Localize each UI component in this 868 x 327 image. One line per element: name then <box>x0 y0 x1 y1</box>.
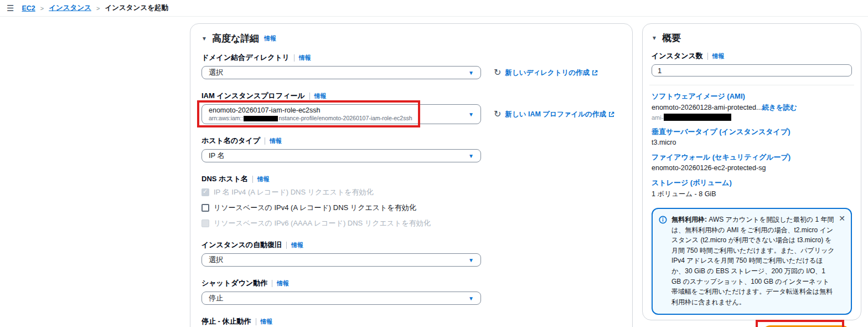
iam-profile-info-link[interactable]: 情報 <box>314 92 327 100</box>
redaction-ami-id <box>664 114 731 121</box>
breadcrumb-current-page: インスタンスを起動 <box>105 3 168 13</box>
breadcrumb-separator: > <box>40 5 44 12</box>
create-directory-link[interactable]: 新しいディレクトリの作成 <box>505 68 598 78</box>
hibernate-behavior-info-link[interactable]: 情報 <box>261 318 273 326</box>
auto-recovery-label: インスタンスの自動復旧 <box>202 240 282 250</box>
field-hostname-type: ホスト名のタイプ 情報 IP 名 ▼ <box>202 136 621 162</box>
advanced-details-info-link[interactable]: 情報 <box>264 34 276 43</box>
field-dns-hostname: DNS ホスト名 情報 IP 名 IPv4 (A レコード) DNS リクエスト… <box>202 174 621 228</box>
external-link-icon <box>608 111 614 117</box>
read-more-link[interactable]: 続きを読む <box>762 104 797 111</box>
storage-value: 1 ボリューム - 8 GiB <box>652 190 852 199</box>
shutdown-behavior-info-link[interactable]: 情報 <box>277 279 289 288</box>
info-icon <box>659 216 667 224</box>
chevron-down-icon: ▼ <box>468 295 474 302</box>
hibernate-behavior-label: 停止 - 休止動作 <box>202 316 251 326</box>
shutdown-behavior-value: 停止 <box>209 293 223 303</box>
checkbox-resource-ipv6-label: リソースベースの IPv6 (AAAA レコード) DNS リクエストを有効化 <box>214 218 431 228</box>
breadcrumb-instances[interactable]: インスタンス <box>49 3 91 13</box>
ami-name: enomoto-20260128-ami-protected...続きを読む <box>652 103 852 113</box>
advanced-details-title: 高度な詳細 <box>212 32 259 45</box>
dns-hostname-label: DNS ホスト名 <box>202 174 248 184</box>
hostname-type-select[interactable]: IP 名 ▼ <box>202 149 481 162</box>
auto-recovery-value: 選択 <box>209 255 223 265</box>
breadcrumb-separator: > <box>96 5 100 12</box>
checkbox-ipv4-a-record <box>202 188 209 196</box>
instance-type-section-link[interactable]: 垂直サーバータイプ (インスタンスタイプ) <box>652 127 852 137</box>
summary-divider <box>649 85 854 85</box>
chevron-down-icon: ▼ <box>468 70 474 76</box>
checkbox-resource-ipv6 <box>202 219 209 227</box>
chevron-down-icon: ▼ <box>468 257 474 263</box>
chevron-down-icon: ▼ <box>468 111 474 117</box>
domain-directory-info-link[interactable]: 情報 <box>299 54 311 62</box>
iam-profile-select[interactable]: enomoto-20260107-iam-role-ec2ssh arn:aws… <box>202 104 481 124</box>
field-shutdown-behavior: シャットダウン動作 情報 停止 ▼ <box>202 278 621 305</box>
breadcrumb: EC2 > インスタンス > インスタンスを起動 <box>22 3 168 13</box>
hostname-type-info-link[interactable]: 情報 <box>270 137 282 145</box>
breadcrumb-ec2[interactable]: EC2 <box>22 4 35 12</box>
domain-directory-select[interactable]: 選択 ▼ <box>202 66 481 79</box>
collapse-triangle-icon[interactable]: ▼ <box>652 35 657 41</box>
iam-profile-value: enomoto-20260107-iam-role-ec2ssh <box>209 106 321 115</box>
collapse-triangle-icon[interactable]: ▼ <box>202 35 207 42</box>
field-iam-profile: IAM インスタンスプロフィール 情報 enomoto-20260107-iam… <box>202 91 621 124</box>
instance-count-input[interactable] <box>652 64 852 76</box>
top-navigation-bar: ☰ EC2 > インスタンス > インスタンスを起動 <box>0 0 868 17</box>
advanced-details-panel: ▼ 高度な詳細 情報 ドメイン結合ディレクトリ 情報 選択 ▼ ↻ 新しいディレ… <box>190 23 633 327</box>
close-icon[interactable]: ✕ <box>839 213 845 225</box>
external-link-icon <box>592 70 598 76</box>
hostname-type-label: ホスト名のタイプ <box>202 136 260 146</box>
iam-profile-label: IAM インスタンスプロフィール <box>202 91 305 101</box>
field-hibernate-behavior: 停止 - 休止動作 情報 選択 ▼ <box>202 316 621 327</box>
instance-type-value: t3.micro <box>652 139 852 146</box>
create-iam-profile-link[interactable]: 新しい IAM プロファイルの作成 <box>505 110 614 119</box>
refresh-icon[interactable]: ↻ <box>494 68 501 77</box>
refresh-icon[interactable]: ↻ <box>494 110 501 119</box>
storage-section-link[interactable]: ストレージ (ボリューム) <box>652 178 852 188</box>
ami-section-link[interactable]: ソフトウェアイメージ (AMI) <box>652 91 852 101</box>
instance-count-info-link[interactable]: 情報 <box>712 52 725 60</box>
domain-directory-value: 選択 <box>209 68 223 78</box>
dns-hostname-info-link[interactable]: 情報 <box>257 175 270 183</box>
chevron-down-icon: ▼ <box>468 153 474 159</box>
firewall-value: enomoto-20260126-ec2-protected-sg <box>652 164 852 172</box>
auto-recovery-info-link[interactable]: 情報 <box>291 241 303 249</box>
field-auto-recovery: インスタンスの自動復旧 情報 選択 ▼ <box>202 240 621 267</box>
free-tier-alert: ✕ 無料利用枠: AWS アカウントを開設した最初の 1 年間は、無料利用枠の … <box>652 208 852 315</box>
shutdown-behavior-label: シャットダウン動作 <box>202 278 267 288</box>
ami-id-prefix: ami- <box>652 114 663 121</box>
field-domain-directory: ドメイン結合ディレクトリ 情報 選択 ▼ ↻ 新しいディレクトリの作成 <box>202 53 621 79</box>
summary-panel: ▼ 概要 インスタンス数 情報 ソフトウェアイメージ (AMI) enomoto… <box>642 23 861 320</box>
shutdown-behavior-select[interactable]: 停止 ▼ <box>202 292 481 305</box>
auto-recovery-select[interactable]: 選択 ▼ <box>202 253 481 267</box>
hostname-type-value: IP 名 <box>209 151 225 161</box>
instance-count-label: インスタンス数 <box>652 51 703 61</box>
free-tier-alert-text: AWS アカウントを開設した最初の 1 年間は、無料利用枠の AMI をご利用の… <box>671 216 835 306</box>
hamburger-menu-icon[interactable]: ☰ <box>7 4 14 12</box>
free-tier-alert-title: 無料利用枠: <box>671 216 707 223</box>
redaction-account-id <box>244 116 278 121</box>
checkbox-resource-ipv4-label: リソースベースの IPv4 (A レコード) DNS リクエストを有効化 <box>214 203 416 213</box>
checkbox-resource-ipv4[interactable] <box>202 204 209 212</box>
firewall-section-link[interactable]: ファイアウォール (セキュリティグループ) <box>652 152 852 162</box>
checkbox-ipv4-a-record-label: IP 名 IPv4 (A レコード) DNS リクエストを有効化 <box>214 187 374 197</box>
summary-title: 概要 <box>662 32 681 44</box>
iam-profile-arn: arn:aws:iam::nstance-profile/enomoto-202… <box>209 115 412 122</box>
create-iam-profile-link-label: 新しい IAM プロファイルの作成 <box>505 110 606 119</box>
domain-directory-label: ドメイン結合ディレクトリ <box>202 53 290 63</box>
create-directory-link-label: 新しいディレクトリの作成 <box>505 68 590 78</box>
